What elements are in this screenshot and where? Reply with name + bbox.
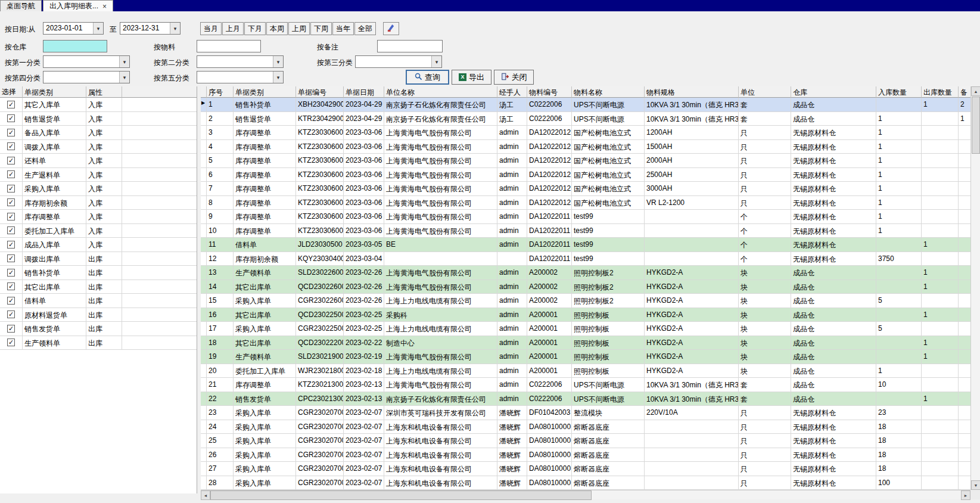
detail-row[interactable]: 28采购入库单CGR230207002023-02-07上海东和机电设备有限公司… xyxy=(201,476,970,490)
doc-type-row[interactable]: ✓生产退料单入库 xyxy=(0,168,197,182)
doc-type-row[interactable]: ✓成品入库单入库 xyxy=(0,238,197,252)
detail-row[interactable]: 9库存调整单KTZ230306002023-03-06上海黄海电气股份有限公司a… xyxy=(201,210,970,224)
detail-row[interactable]: 14其它出库单QCD230226002023-02-26上海黄海电气股份有限公司… xyxy=(201,280,970,294)
detail-row[interactable]: 11借料单JLD230305002023-03-05BEadminDA12022… xyxy=(201,238,970,252)
header-warehouse[interactable]: 仓库 xyxy=(791,86,876,98)
vertical-scrollbar[interactable]: ▲ ▼ xyxy=(970,86,980,490)
doc-type-checkbox[interactable]: ✓ xyxy=(7,101,15,108)
detail-row[interactable]: 21库存调整单KTZ230213002023-02-13上海黄海电气股份有限公司… xyxy=(201,378,970,392)
scroll-right-button[interactable]: ► xyxy=(961,490,970,500)
category3-select[interactable]: ▾ xyxy=(355,55,442,68)
close-tab-icon[interactable]: × xyxy=(102,3,107,10)
chevron-down-icon[interactable]: ▾ xyxy=(170,23,180,34)
doc-type-row[interactable]: ✓调拨出库单出库 xyxy=(0,252,197,266)
detail-row[interactable]: 15采购入库单CGR230226002023-02-26上海上力电线电缆有限公司… xyxy=(201,294,970,308)
doc-type-row[interactable]: ✓销售退货单入库 xyxy=(0,112,197,126)
detail-row[interactable]: 7库存调整单KTZ230306002023-03-06上海黄海电气股份有限公司a… xyxy=(201,182,970,196)
doc-type-row[interactable]: ✓借料单出库 xyxy=(0,294,197,308)
horizontal-scroll-track[interactable] xyxy=(592,490,961,499)
period-this-week-button[interactable]: 本周 xyxy=(266,22,288,35)
detail-row[interactable]: 3库存调整单KTZ230306002023-03-06上海黄海电气股份有限公司a… xyxy=(201,126,970,140)
header-attr[interactable]: 属性 xyxy=(86,86,122,98)
doc-type-checkbox[interactable]: ✓ xyxy=(7,282,15,290)
header-spec[interactable]: 物料规格 xyxy=(645,86,739,98)
horizontal-scroll-thumb[interactable] xyxy=(210,490,592,500)
doc-type-checkbox[interactable]: ✓ xyxy=(7,170,15,178)
doc-type-row[interactable]: ✓还料单入库 xyxy=(0,154,197,168)
chevron-down-icon[interactable]: ▾ xyxy=(119,72,129,83)
detail-row[interactable]: 10库存调整单KTZ230306002023-03-06上海黄海电气股份有限公司… xyxy=(201,224,970,238)
doc-type-row[interactable]: ✓生产领料单出库 xyxy=(0,336,197,350)
period-next-month-button[interactable]: 下月 xyxy=(244,22,266,35)
detail-row[interactable]: 6库存调整单KTZ230306002023-03-06上海黄海电气股份有限公司a… xyxy=(201,168,970,182)
close-button[interactable]: 关闭 xyxy=(494,70,534,85)
header-seq[interactable]: 序号 xyxy=(207,86,234,98)
clear-filter-button[interactable] xyxy=(383,22,399,35)
detail-row[interactable]: 17采购入库单CGR230225002023-02-25上海上力电线电缆有限公司… xyxy=(201,322,970,336)
header-doc-date[interactable]: 单据日期 xyxy=(344,86,384,98)
header-qty-in[interactable]: 入库数量 xyxy=(876,86,922,98)
header-mat-name[interactable]: 物料名称 xyxy=(572,86,645,98)
tab-desktop-nav[interactable]: 桌面导航 xyxy=(0,0,42,11)
detail-row[interactable]: 5库存调整单KTZ230306002023-03-06上海黄海电气股份有限公司a… xyxy=(201,154,970,168)
scroll-down-button[interactable]: ▼ xyxy=(971,480,980,490)
period-this-year-button[interactable]: 当年 xyxy=(332,22,354,35)
vertical-scroll-thumb[interactable] xyxy=(972,97,980,154)
header-select[interactable]: 选择 xyxy=(0,86,23,98)
warehouse-filter-input[interactable] xyxy=(43,40,107,52)
detail-row[interactable]: 19生产领料单SLD230219002023-02-19上海黄海电气股份有限公司… xyxy=(201,350,970,364)
detail-row[interactable]: 22销售发货单CPC230213002023-02-13南京扬子石化炼化有限责任… xyxy=(201,392,970,406)
doc-type-checkbox[interactable]: ✓ xyxy=(7,311,15,318)
doc-type-checkbox[interactable]: ✓ xyxy=(7,185,15,192)
period-all-button[interactable]: 全部 xyxy=(354,22,376,35)
period-prev-month-button[interactable]: 上月 xyxy=(222,22,244,35)
detail-row[interactable]: 23采购入库单CGR230207002023-02-07深圳市英可瑞科技开发有限… xyxy=(201,406,970,420)
doc-type-checkbox[interactable]: ✓ xyxy=(7,226,15,234)
doc-type-checkbox[interactable]: ✓ xyxy=(7,198,15,206)
period-prev-week-button[interactable]: 上周 xyxy=(288,22,310,35)
doc-type-row[interactable]: ✓销售补货单出库 xyxy=(0,266,197,280)
chevron-down-icon[interactable]: ▾ xyxy=(431,56,441,67)
doc-type-checkbox[interactable]: ✓ xyxy=(7,142,15,150)
detail-row[interactable]: 16其它出库单QCD230225002023-02-25采购科adminA200… xyxy=(201,308,970,322)
period-next-week-button[interactable]: 下周 xyxy=(310,22,332,35)
header-unit[interactable]: 单位 xyxy=(739,86,791,98)
doc-type-row[interactable]: ✓库存期初余额入库 xyxy=(0,196,197,210)
header-company[interactable]: 单位名称 xyxy=(384,86,497,98)
horizontal-scrollbar[interactable]: ◄ ► xyxy=(201,490,970,499)
doc-type-row[interactable]: ✓库存调整单入库 xyxy=(0,210,197,224)
doc-type-checkbox[interactable]: ✓ xyxy=(7,241,15,249)
doc-type-checkbox[interactable]: ✓ xyxy=(7,339,15,346)
header-handler[interactable]: 经手人 xyxy=(497,86,527,98)
remark-filter-input[interactable] xyxy=(377,40,443,52)
category5-select[interactable]: ▾ xyxy=(197,71,284,83)
header-doc-type[interactable]: 单据类别 xyxy=(23,86,86,98)
doc-type-checkbox[interactable]: ✓ xyxy=(7,254,15,262)
chevron-down-icon[interactable]: ▾ xyxy=(273,72,283,83)
date-to-picker[interactable]: 2023-12-31 ▾ xyxy=(120,22,181,35)
doc-type-row[interactable]: ✓销售发货单出库 xyxy=(0,322,197,336)
doc-type-checkbox[interactable]: ✓ xyxy=(7,297,15,305)
chevron-down-icon[interactable]: ▾ xyxy=(273,56,283,67)
detail-row[interactable]: 8库存调整单KTZ230306002023-03-06上海黄海电气股份有限公司a… xyxy=(201,196,970,210)
category2-select[interactable]: ▾ xyxy=(197,55,284,68)
detail-row[interactable]: 24采购入库单CGR230207002023-02-07上海东和机电设备有限公司… xyxy=(201,420,970,434)
doc-type-row[interactable]: ✓原材料退货单出库 xyxy=(0,308,197,322)
doc-type-checkbox[interactable]: ✓ xyxy=(7,213,15,221)
doc-type-row[interactable]: ✓调拨入库单入库 xyxy=(0,140,197,154)
chevron-down-icon[interactable]: ▾ xyxy=(93,23,103,34)
header-qty-out[interactable]: 出库数量 xyxy=(922,86,959,98)
period-current-month-button[interactable]: 当月 xyxy=(200,22,222,35)
doc-type-row[interactable]: ✓委托加工入库单入库 xyxy=(0,224,197,238)
detail-row[interactable]: 25采购入库单CGR230207002023-02-07上海东和机电设备有限公司… xyxy=(201,434,970,448)
detail-row[interactable]: 27采购入库单CGR230207002023-02-07上海东和机电设备有限公司… xyxy=(201,462,970,476)
doc-type-checkbox[interactable]: ✓ xyxy=(7,114,15,122)
header-note[interactable]: 备 xyxy=(959,86,970,98)
doc-type-row[interactable]: ✓其它出库单出库 xyxy=(0,280,197,294)
doc-type-checkbox[interactable]: ✓ xyxy=(7,269,15,277)
detail-row[interactable]: 12库存期初余额KQY230304002023-03-04DA12022011t… xyxy=(201,252,970,266)
detail-row[interactable]: 20委托加工入库单WJR230218002023-02-18上海上力电线电缆有限… xyxy=(201,364,970,378)
chevron-down-icon[interactable]: ▾ xyxy=(119,56,129,67)
material-filter-input[interactable] xyxy=(197,40,261,52)
date-from-picker[interactable]: 2023-01-01 ▾ xyxy=(43,22,104,35)
